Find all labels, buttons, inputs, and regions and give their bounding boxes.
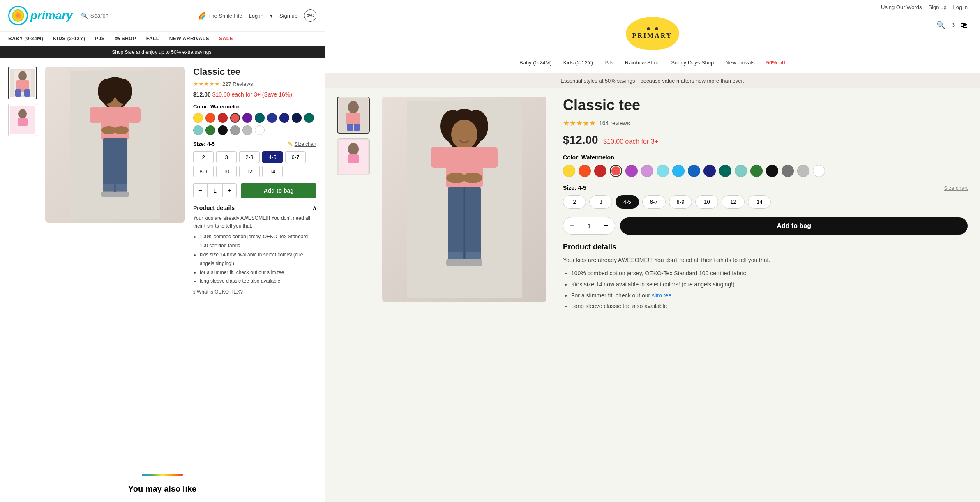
right-swatch-green[interactable] <box>750 165 763 177</box>
size-14[interactable]: 14 <box>262 166 283 177</box>
right-qty-decrement[interactable]: − <box>563 217 581 234</box>
swatch-green[interactable] <box>205 125 215 135</box>
right-swatch-black[interactable] <box>766 165 778 177</box>
right-thumbnails <box>337 97 370 494</box>
right-size-10[interactable]: 10 <box>695 195 718 209</box>
detail-bullet-3: for a slimmer fit, check out our slim te… <box>200 268 316 277</box>
right-swatch-yellow[interactable] <box>563 165 575 177</box>
right-swatch-dark-navy[interactable] <box>703 165 716 177</box>
right-add-to-bag-button[interactable]: Add to bag <box>620 217 968 235</box>
svg-rect-26 <box>114 192 129 197</box>
right-thumbnail-1[interactable] <box>337 97 370 134</box>
cart-button[interactable]: 🛍 0 <box>304 9 316 22</box>
swatch-dark-navy[interactable] <box>279 113 289 123</box>
swatch-red[interactable] <box>218 113 228 123</box>
search-button[interactable]: 🔍 Search <box>81 12 108 19</box>
oeko-link[interactable]: ℹ What is OEKO-TEX? <box>193 289 316 295</box>
swatch-white[interactable] <box>255 125 265 135</box>
swatch-yellow[interactable] <box>193 113 203 123</box>
right-detail-2: Kids size 14 now available in select col… <box>571 279 968 290</box>
thumbnail-1[interactable] <box>8 67 37 99</box>
right-swatch-white[interactable] <box>813 165 825 177</box>
nav-fall[interactable]: FALL <box>146 36 159 41</box>
nav-kids[interactable]: KIDS (2-12Y) <box>53 36 85 41</box>
right-swatch-teal[interactable] <box>719 165 731 177</box>
right-thumbnail-2[interactable] <box>337 138 370 175</box>
swatch-watermelon[interactable] <box>230 113 240 123</box>
right-quantity-control: − 1 + <box>563 217 615 235</box>
detail-bullet-1: 100% combed cotton jersey, OEKO-Tex Stan… <box>200 233 316 250</box>
right-swatch-gray[interactable] <box>782 165 794 177</box>
right-nav-sale[interactable]: 50% off <box>766 60 785 66</box>
right-nav-pjs[interactable]: PJs <box>604 60 613 66</box>
right-size-12[interactable]: 12 <box>722 195 745 209</box>
swatch-gray[interactable] <box>230 125 240 135</box>
left-nav: BABY (0-24M) KIDS (2-12Y) PJS 🛍 SHOP FAL… <box>0 32 325 46</box>
nav-new-arrivals[interactable]: NEW ARRIVALS <box>169 36 209 41</box>
right-swatch-orange[interactable] <box>579 165 591 177</box>
swatch-black[interactable] <box>218 125 228 135</box>
size-12[interactable]: 12 <box>239 166 260 177</box>
sign-up-link[interactable]: Sign up <box>279 13 297 19</box>
slim-tee-link[interactable]: slim tee <box>652 292 671 299</box>
size-6-7[interactable]: 6-7 <box>285 151 306 163</box>
right-swatch-light-purple[interactable] <box>625 165 638 177</box>
right-qty-increment[interactable]: + <box>597 217 615 234</box>
right-swatch-watermelon[interactable] <box>610 165 622 177</box>
right-swatch-lavender[interactable] <box>641 165 653 177</box>
right-size-chart-link[interactable]: Size chart <box>944 185 968 191</box>
sale-banner[interactable]: Shop Sale and enjoy up to 50% extra savi… <box>0 46 325 58</box>
qty-increment[interactable]: + <box>223 184 236 198</box>
swatch-darkest-navy[interactable] <box>292 113 302 123</box>
swatch-mint[interactable] <box>193 125 203 135</box>
size-10[interactable]: 10 <box>216 166 237 177</box>
right-nav-baby[interactable]: Baby (0-24M) <box>519 60 552 66</box>
add-to-bag-button[interactable]: Add to bag <box>241 183 316 198</box>
right-log-in-link[interactable]: Log in <box>953 4 968 10</box>
nav-shop[interactable]: 🛍 SHOP <box>115 36 136 41</box>
thumbnail-2[interactable] <box>8 104 37 136</box>
right-swatch-light-teal[interactable] <box>657 165 669 177</box>
right-size-8-9[interactable]: 8-9 <box>669 195 692 209</box>
swatch-orange[interactable] <box>205 113 215 123</box>
swatch-purple[interactable] <box>242 113 252 123</box>
right-nav-new[interactable]: New arrivals <box>725 60 755 66</box>
size-chart-link[interactable]: Size chart <box>295 141 316 147</box>
swatch-light-gray[interactable] <box>242 125 252 135</box>
right-search-icon[interactable]: 🔍 <box>936 21 945 30</box>
size-4-5[interactable]: 4-5 <box>262 151 283 163</box>
nav-pjs[interactable]: PJS <box>95 36 105 41</box>
right-swatch-sky-blue[interactable] <box>672 165 685 177</box>
product-details-toggle[interactable]: Product details ∧ <box>193 205 316 211</box>
right-size-3[interactable]: 3 <box>589 195 612 209</box>
size-3[interactable]: 3 <box>216 151 237 163</box>
right-nav-kids[interactable]: Kids (2-12Y) <box>563 60 593 66</box>
smile-file-link[interactable]: 🌈 The Smile File <box>198 12 242 20</box>
right-swatch-red[interactable] <box>594 165 606 177</box>
dot-right <box>655 27 658 30</box>
nav-sale[interactable]: SALE <box>219 36 233 41</box>
right-size-6-7[interactable]: 6-7 <box>642 195 666 209</box>
left-logo[interactable]: primary <box>8 6 73 25</box>
right-swatch-mint[interactable] <box>735 165 747 177</box>
right-nav-rainbow[interactable]: Rainbow Shop <box>625 60 660 66</box>
log-in-link[interactable]: Log in <box>249 13 263 19</box>
using-our-words-link[interactable]: Using Our Words <box>881 4 922 10</box>
right-cart-icon[interactable]: 🛍 <box>960 21 968 30</box>
size-2[interactable]: 2 <box>193 151 214 163</box>
right-size-4-5[interactable]: 4-5 <box>616 195 639 209</box>
right-size-14[interactable]: 14 <box>748 195 771 209</box>
nav-baby[interactable]: BABY (0-24M) <box>8 36 43 41</box>
qty-decrement[interactable]: − <box>194 184 207 198</box>
swatch-teal[interactable] <box>304 113 314 123</box>
right-nav-sunny[interactable]: Sunny Days Shop <box>671 60 714 66</box>
right-sign-up-link[interactable]: Sign up <box>928 4 946 10</box>
right-swatch-light-gray[interactable] <box>797 165 809 177</box>
swatch-navy[interactable] <box>267 113 277 123</box>
svg-rect-50 <box>463 259 482 266</box>
size-8-9[interactable]: 8-9 <box>193 166 214 177</box>
right-swatch-dark-blue[interactable] <box>688 165 700 177</box>
size-2-3[interactable]: 2-3 <box>239 151 260 163</box>
swatch-dark-teal[interactable] <box>255 113 265 123</box>
right-size-2[interactable]: 2 <box>563 195 586 209</box>
